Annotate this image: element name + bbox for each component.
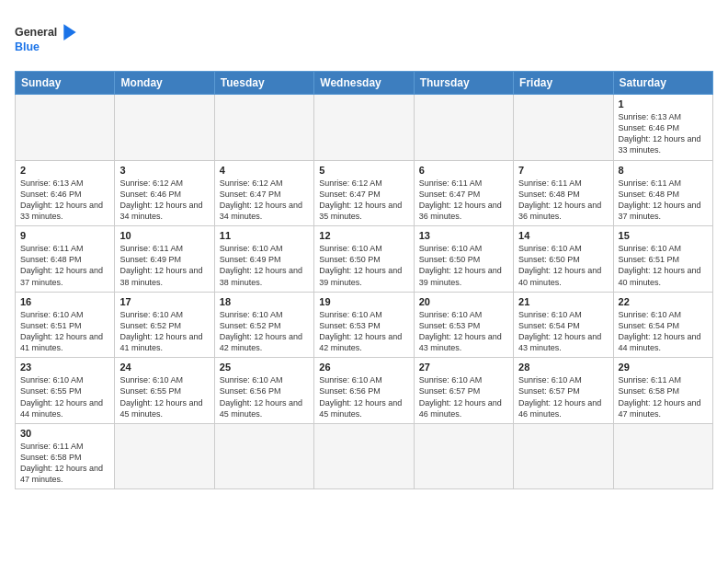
calendar-cell: 24Sunrise: 6:10 AM Sunset: 6:55 PM Dayli… <box>115 358 214 424</box>
day-info: Sunrise: 6:10 AM Sunset: 6:52 PM Dayligh… <box>119 309 209 354</box>
day-number: 27 <box>419 362 508 373</box>
calendar-cell: 28Sunrise: 6:10 AM Sunset: 6:57 PM Dayli… <box>514 358 613 424</box>
day-number: 23 <box>20 362 109 373</box>
day-number: 1 <box>619 98 708 109</box>
day-number: 11 <box>220 230 309 241</box>
day-info: Sunrise: 6:10 AM Sunset: 6:57 PM Dayligh… <box>518 374 608 419</box>
svg-marker-1 <box>63 24 75 40</box>
weekday-header-friday: Friday <box>514 72 613 95</box>
day-info: Sunrise: 6:10 AM Sunset: 6:53 PM Dayligh… <box>419 309 508 354</box>
calendar-cell: 20Sunrise: 6:10 AM Sunset: 6:53 PM Dayli… <box>414 292 513 358</box>
calendar-cell <box>314 423 414 489</box>
day-info: Sunrise: 6:11 AM Sunset: 6:48 PM Dayligh… <box>20 243 109 288</box>
day-number: 29 <box>619 362 708 373</box>
svg-text:Blue: Blue <box>15 40 40 53</box>
day-info: Sunrise: 6:10 AM Sunset: 6:54 PM Dayligh… <box>518 309 608 354</box>
day-number: 14 <box>518 230 608 241</box>
calendar-cell: 15Sunrise: 6:10 AM Sunset: 6:51 PM Dayli… <box>613 226 712 293</box>
day-info: Sunrise: 6:11 AM Sunset: 6:47 PM Dayligh… <box>419 178 508 223</box>
calendar-cell <box>115 423 214 489</box>
day-number: 30 <box>20 428 109 439</box>
day-number: 4 <box>220 165 309 176</box>
calendar-week-5: 30Sunrise: 6:11 AM Sunset: 6:58 PM Dayli… <box>16 423 713 489</box>
day-number: 21 <box>518 296 608 307</box>
calendar-cell: 8Sunrise: 6:11 AM Sunset: 6:48 PM Daylig… <box>613 160 712 226</box>
calendar-cell <box>514 95 613 161</box>
calendar-cell: 4Sunrise: 6:12 AM Sunset: 6:47 PM Daylig… <box>214 160 313 226</box>
day-info: Sunrise: 6:11 AM Sunset: 6:49 PM Dayligh… <box>119 243 209 288</box>
calendar-cell: 12Sunrise: 6:10 AM Sunset: 6:50 PM Dayli… <box>314 226 414 293</box>
weekday-header-monday: Monday <box>115 72 214 95</box>
day-info: Sunrise: 6:13 AM Sunset: 6:46 PM Dayligh… <box>20 178 109 223</box>
calendar-cell <box>314 95 414 161</box>
day-number: 28 <box>518 362 608 373</box>
day-info: Sunrise: 6:12 AM Sunset: 6:47 PM Dayligh… <box>319 178 408 223</box>
logo: General Blue <box>15 15 88 65</box>
day-number: 8 <box>619 165 708 176</box>
calendar-week-2: 9Sunrise: 6:11 AM Sunset: 6:48 PM Daylig… <box>16 226 713 293</box>
calendar-cell: 30Sunrise: 6:11 AM Sunset: 6:58 PM Dayli… <box>16 423 115 489</box>
day-number: 25 <box>220 362 309 373</box>
calendar-cell: 27Sunrise: 6:10 AM Sunset: 6:57 PM Dayli… <box>414 358 513 424</box>
day-number: 20 <box>419 296 508 307</box>
day-info: Sunrise: 6:10 AM Sunset: 6:55 PM Dayligh… <box>119 374 209 419</box>
calendar-cell: 10Sunrise: 6:11 AM Sunset: 6:49 PM Dayli… <box>115 226 214 293</box>
calendar-cell: 13Sunrise: 6:10 AM Sunset: 6:50 PM Dayli… <box>414 226 513 293</box>
page-header: General Blue <box>15 15 713 65</box>
calendar-cell: 6Sunrise: 6:11 AM Sunset: 6:47 PM Daylig… <box>414 160 513 226</box>
day-number: 10 <box>119 230 209 241</box>
day-number: 9 <box>20 230 109 241</box>
day-info: Sunrise: 6:11 AM Sunset: 6:48 PM Dayligh… <box>619 178 708 223</box>
weekday-header-sunday: Sunday <box>16 72 115 95</box>
day-number: 7 <box>518 165 608 176</box>
svg-text:General: General <box>15 26 57 39</box>
calendar-cell: 5Sunrise: 6:12 AM Sunset: 6:47 PM Daylig… <box>314 160 414 226</box>
day-info: Sunrise: 6:10 AM Sunset: 6:55 PM Dayligh… <box>20 374 109 419</box>
calendar-cell <box>414 423 513 489</box>
day-number: 6 <box>419 165 508 176</box>
calendar-cell: 23Sunrise: 6:10 AM Sunset: 6:55 PM Dayli… <box>16 358 115 424</box>
day-info: Sunrise: 6:10 AM Sunset: 6:54 PM Dayligh… <box>619 309 708 354</box>
calendar-cell: 14Sunrise: 6:10 AM Sunset: 6:50 PM Dayli… <box>514 226 613 293</box>
logo-svg: General Blue <box>15 15 88 65</box>
calendar-cell: 29Sunrise: 6:11 AM Sunset: 6:58 PM Dayli… <box>613 358 712 424</box>
day-number: 22 <box>619 296 708 307</box>
calendar-cell: 3Sunrise: 6:12 AM Sunset: 6:46 PM Daylig… <box>115 160 214 226</box>
day-number: 17 <box>119 296 209 307</box>
day-number: 18 <box>220 296 309 307</box>
calendar-cell <box>16 95 115 161</box>
calendar-cell: 21Sunrise: 6:10 AM Sunset: 6:54 PM Dayli… <box>514 292 613 358</box>
day-number: 26 <box>319 362 408 373</box>
calendar-header: SundayMondayTuesdayWednesdayThursdayFrid… <box>16 72 713 95</box>
calendar-cell <box>115 95 214 161</box>
day-info: Sunrise: 6:10 AM Sunset: 6:52 PM Dayligh… <box>220 309 309 354</box>
day-number: 2 <box>20 165 109 176</box>
calendar-cell <box>214 423 313 489</box>
day-info: Sunrise: 6:13 AM Sunset: 6:46 PM Dayligh… <box>619 111 708 156</box>
weekday-header-saturday: Saturday <box>613 72 712 95</box>
calendar-cell <box>514 423 613 489</box>
calendar-table: SundayMondayTuesdayWednesdayThursdayFrid… <box>15 71 713 489</box>
day-number: 15 <box>619 230 708 241</box>
day-info: Sunrise: 6:10 AM Sunset: 6:50 PM Dayligh… <box>518 243 608 288</box>
day-info: Sunrise: 6:11 AM Sunset: 6:58 PM Dayligh… <box>20 441 109 486</box>
calendar-cell <box>613 423 712 489</box>
day-number: 5 <box>319 165 408 176</box>
calendar-cell: 19Sunrise: 6:10 AM Sunset: 6:53 PM Dayli… <box>314 292 414 358</box>
calendar-week-1: 2Sunrise: 6:13 AM Sunset: 6:46 PM Daylig… <box>16 160 713 226</box>
calendar-cell: 22Sunrise: 6:10 AM Sunset: 6:54 PM Dayli… <box>613 292 712 358</box>
day-info: Sunrise: 6:10 AM Sunset: 6:49 PM Dayligh… <box>220 243 309 288</box>
calendar-week-0: 1Sunrise: 6:13 AM Sunset: 6:46 PM Daylig… <box>16 95 713 161</box>
day-number: 13 <box>419 230 508 241</box>
calendar-cell <box>414 95 513 161</box>
weekday-header-wednesday: Wednesday <box>314 72 414 95</box>
calendar-cell: 2Sunrise: 6:13 AM Sunset: 6:46 PM Daylig… <box>16 160 115 226</box>
day-info: Sunrise: 6:11 AM Sunset: 6:48 PM Dayligh… <box>518 178 608 223</box>
day-info: Sunrise: 6:10 AM Sunset: 6:50 PM Dayligh… <box>419 243 508 288</box>
calendar-cell: 16Sunrise: 6:10 AM Sunset: 6:51 PM Dayli… <box>16 292 115 358</box>
calendar-cell <box>214 95 313 161</box>
weekday-header-thursday: Thursday <box>414 72 513 95</box>
day-number: 16 <box>20 296 109 307</box>
calendar-cell: 18Sunrise: 6:10 AM Sunset: 6:52 PM Dayli… <box>214 292 313 358</box>
calendar-cell: 9Sunrise: 6:11 AM Sunset: 6:48 PM Daylig… <box>16 226 115 293</box>
